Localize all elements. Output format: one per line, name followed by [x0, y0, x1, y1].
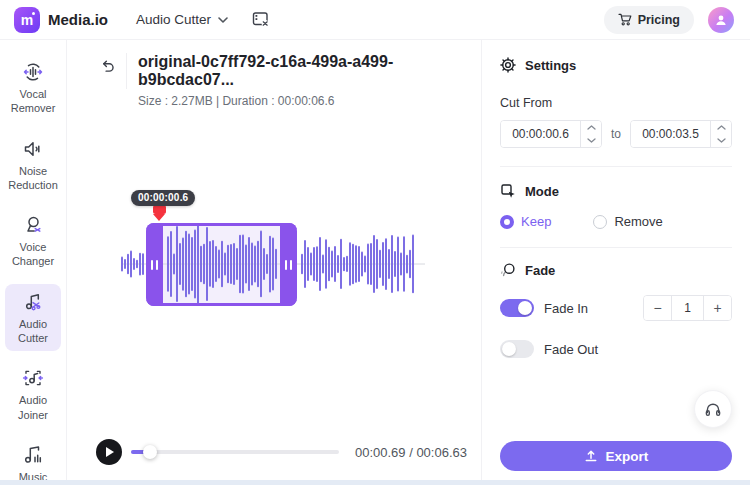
audio-cutter-app: m Media.io Audio Cutter	[0, 0, 750, 485]
sidebar-item-label: Vocal Remover	[7, 87, 59, 116]
back-button[interactable]	[100, 58, 115, 73]
fade-out-label: Fade Out	[544, 342, 598, 357]
fade-in-toggle[interactable]	[500, 299, 534, 317]
voice-changer-icon	[22, 214, 44, 236]
back-icon	[100, 58, 115, 73]
file-meta: Size : 2.27MB | Duration : 00:00:06.6	[138, 94, 481, 108]
pricing-label: Pricing	[638, 13, 680, 27]
chevron-down-icon	[218, 17, 228, 23]
play-icon	[106, 447, 114, 457]
time-display: 00:00.69 / 00:06.63	[355, 445, 467, 460]
slider-thumb[interactable]	[143, 445, 157, 459]
start-time-tooltip: 00:00:00.6	[131, 190, 195, 206]
divider	[126, 53, 127, 89]
cut-end-input[interactable]	[631, 121, 710, 147]
fade-in-label: Fade In	[544, 301, 588, 316]
tool-selector-label: Audio Cutter	[136, 12, 211, 27]
video-cutter-tool-button[interactable]	[252, 11, 271, 28]
sidebar-item-label: Audio Joiner	[7, 393, 59, 422]
export-button[interactable]: Export	[500, 441, 732, 471]
music-visualizer-icon	[22, 444, 44, 466]
sidebar-item-label: Noise Reduction	[7, 164, 59, 193]
cart-icon	[618, 13, 632, 26]
brand-logo[interactable]: m Media.io	[14, 7, 108, 33]
sidebar-item-label: Audio Cutter	[7, 317, 59, 346]
divider	[500, 247, 732, 248]
fade-in-row: Fade In − +	[500, 295, 732, 321]
selection-handle-left[interactable]	[146, 223, 163, 306]
cut-end-input-group	[630, 120, 732, 148]
fade-out-row: Fade Out	[500, 340, 732, 358]
fade-header: Fade	[500, 262, 732, 278]
tool-selector-dropdown[interactable]: Audio Cutter	[136, 12, 228, 27]
radio-icon	[593, 215, 607, 229]
settings-title: Settings	[525, 58, 576, 73]
play-button[interactable]	[96, 439, 122, 465]
tools-sidebar: Vocal Remover Noise Reduction Voice Chan…	[0, 40, 67, 485]
pricing-button[interactable]: Pricing	[604, 6, 694, 34]
sidebar-item-music-visualizer[interactable]: Music Visualizer	[5, 437, 61, 485]
radio-label: Remove	[614, 214, 662, 229]
cut-start-input-group	[500, 120, 602, 148]
sidebar-item-audio-joiner[interactable]: Audio Joiner	[5, 360, 61, 428]
mode-title: Mode	[525, 184, 559, 199]
cut-from-label: Cut From	[500, 96, 732, 110]
vocal-remover-icon	[22, 61, 44, 83]
export-label: Export	[606, 449, 649, 464]
spinner-down-button[interactable]	[581, 134, 601, 147]
spinner-up-button[interactable]	[581, 121, 601, 134]
fade-in-stepper: − +	[643, 295, 732, 321]
settings-panel: Settings Cut From to	[481, 40, 750, 485]
mode-options: Keep Remove	[500, 214, 732, 229]
cut-end-spinner	[710, 121, 731, 147]
settings-header: Settings	[500, 57, 732, 73]
audio-cutter-icon	[22, 291, 44, 313]
film-cutter-icon	[252, 11, 271, 28]
person-icon	[713, 12, 729, 28]
player-controls: 00:00.69 / 00:06.63	[96, 439, 467, 465]
waveform-zone: 00:00:00.6	[117, 190, 429, 330]
fade-out-toggle[interactable]	[500, 340, 534, 358]
file-header: original-0c7ff792-c16a-499a-a499-b9bcdac…	[100, 53, 481, 108]
sidebar-item-voice-changer[interactable]: Voice Changer	[5, 207, 61, 275]
playback-slider[interactable]	[131, 445, 339, 459]
slider-track[interactable]	[131, 450, 339, 454]
selection-handle-right[interactable]	[280, 223, 297, 306]
export-icon	[584, 449, 598, 463]
noise-reduction-icon	[22, 138, 44, 160]
start-position-marker[interactable]	[153, 205, 166, 221]
sidebar-item-audio-cutter[interactable]: Audio Cutter	[5, 284, 61, 352]
user-avatar[interactable]	[708, 7, 734, 33]
sidebar-item-vocal-remover[interactable]: Vocal Remover	[5, 54, 61, 122]
cut-start-input[interactable]	[501, 121, 580, 147]
gear-icon	[500, 57, 516, 73]
cut-range-inputs: to	[500, 120, 732, 148]
logo-letter: m	[21, 13, 33, 27]
divider	[500, 166, 732, 167]
file-titles: original-0c7ff792-c16a-499a-a499-b9bcdac…	[138, 53, 481, 108]
mode-header: Mode	[500, 183, 732, 199]
topbar-right: Pricing	[604, 6, 734, 34]
radio-label: Keep	[521, 214, 551, 229]
radio-icon	[500, 215, 514, 229]
file-title: original-0c7ff792-c16a-499a-a499-b9bcdac…	[138, 53, 481, 89]
mode-option-keep[interactable]: Keep	[500, 214, 551, 229]
fade-icon	[500, 262, 516, 278]
top-bar: m Media.io Audio Cutter	[0, 0, 750, 40]
stepper-plus-button[interactable]: +	[704, 296, 731, 320]
spinner-up-button[interactable]	[711, 121, 731, 134]
to-label: to	[611, 127, 621, 141]
mode-option-remove[interactable]: Remove	[593, 214, 662, 229]
mode-icon	[500, 183, 516, 199]
headphones-icon	[704, 400, 722, 418]
stepper-minus-button[interactable]: −	[644, 296, 671, 320]
window-edge	[0, 480, 750, 485]
fade-in-value-input[interactable]	[671, 296, 704, 320]
sidebar-item-noise-reduction[interactable]: Noise Reduction	[5, 131, 61, 199]
fade-title: Fade	[525, 263, 555, 278]
support-button[interactable]	[694, 390, 732, 428]
sidebar-item-label: Voice Changer	[7, 240, 59, 269]
brand-name: Media.io	[48, 11, 108, 28]
spinner-down-button[interactable]	[711, 134, 731, 147]
audio-joiner-icon	[22, 367, 44, 389]
